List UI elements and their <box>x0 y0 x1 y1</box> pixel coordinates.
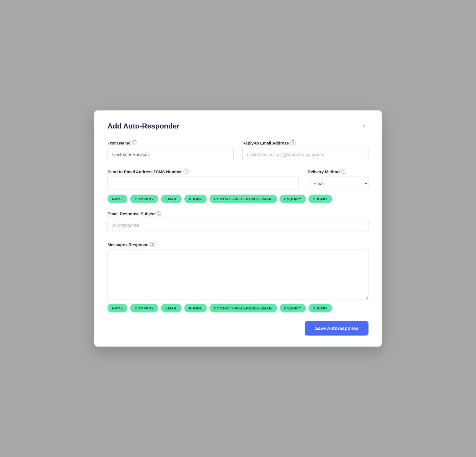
reply-to-email-label: Reply-to Email Address ? <box>242 140 368 145</box>
message-textarea[interactable] <box>108 250 368 300</box>
modal-footer: Save Autoresponse <box>108 321 368 336</box>
chip-submit-1[interactable]: SUBMIT <box>308 195 332 203</box>
chip-company-1[interactable]: COMPANY <box>130 195 158 203</box>
from-name-input[interactable] <box>108 148 234 161</box>
delivery-method-label: Delivery Method ? <box>308 169 368 174</box>
chip-submit-2[interactable]: SUBMIT <box>308 304 332 312</box>
delivery-method-select[interactable]: Email SMS <box>308 177 368 190</box>
chip-name-2[interactable]: NAME <box>108 304 127 312</box>
send-to-label: Send to Email Address / SMS Number ? <box>108 169 299 174</box>
message-group: Message / Response ? <box>108 242 368 300</box>
row-send-to-delivery: Send to Email Address / SMS Number ? Del… <box>108 169 368 190</box>
save-autoresponse-button[interactable]: Save Autoresponse <box>305 321 368 336</box>
chip-contact-preference-email-1[interactable]: CONTACT-PREFERENCE-EMAIL <box>210 195 277 203</box>
delivery-method-group: Delivery Method ? Email SMS <box>308 169 368 190</box>
from-name-help-icon: ? <box>132 140 137 145</box>
email-subject-label: Email Response Subject ? <box>108 211 368 216</box>
modal-header: Add Auto-Responder × <box>108 122 368 130</box>
reply-to-email-help-icon: ? <box>291 140 295 145</box>
chip-phone-2[interactable]: PHONE <box>184 304 207 312</box>
reply-to-email-group: Reply-to Email Address ? <box>242 140 368 161</box>
message-help-icon: ? <box>150 242 155 247</box>
from-name-label: From Name ? <box>108 140 234 145</box>
chip-name-1[interactable]: NAME <box>108 195 127 203</box>
row-from-reply: From Name ? Reply-to Email Address ? <box>108 140 368 161</box>
from-name-group: From Name ? <box>108 140 234 161</box>
message-chips: NAME COMPANY EMAIL PHONE CONTACT-PREFERE… <box>108 304 368 312</box>
chip-phone-1[interactable]: PHONE <box>184 195 207 203</box>
email-subject-group: Email Response Subject ? <box>108 211 368 240</box>
chip-enquiry-2[interactable]: ENQUIRY <box>280 304 306 312</box>
email-subject-help-icon: ? <box>157 211 162 216</box>
chip-enquiry-1[interactable]: ENQUIRY <box>280 195 306 203</box>
modal-title: Add Auto-Responder <box>108 122 179 130</box>
send-to-group: Send to Email Address / SMS Number ? <box>108 169 299 190</box>
chip-company-2[interactable]: COMPANY <box>130 304 158 312</box>
send-to-help-icon: ? <box>184 169 189 174</box>
reply-to-email-input[interactable] <box>242 148 368 161</box>
email-subject-input[interactable] <box>108 219 368 232</box>
send-to-chips: NAME COMPANY EMAIL PHONE CONTACT-PREFERE… <box>108 195 368 203</box>
modal-dialog: Add Auto-Responder × From Name ? Reply-t… <box>94 111 382 347</box>
chip-email-1[interactable]: EMAIL <box>161 195 182 203</box>
chip-contact-preference-email-2[interactable]: CONTACT-PREFERENCE-EMAIL <box>210 304 277 312</box>
send-to-input[interactable] <box>108 177 299 190</box>
chip-email-2[interactable]: EMAIL <box>161 304 182 312</box>
message-label: Message / Response ? <box>108 242 368 247</box>
close-button[interactable]: × <box>360 122 368 130</box>
delivery-method-help-icon: ? <box>341 169 346 174</box>
